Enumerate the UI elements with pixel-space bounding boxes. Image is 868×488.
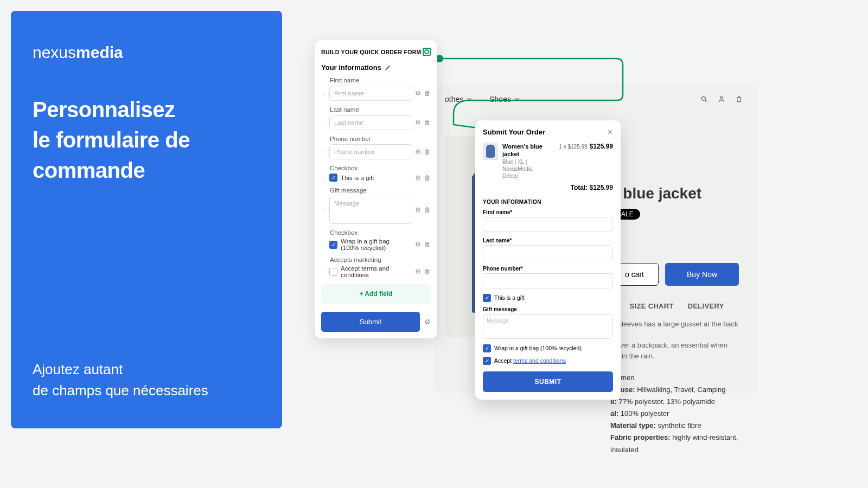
modal-wrap-checkbox: ✓Wrap in a gift bag (100% recycled): [483, 344, 613, 352]
hero-heading: Personnalisez le formulaire de commande: [33, 94, 260, 185]
trash-icon[interactable]: 🗑: [424, 268, 431, 275]
item-variant: Blue | XL | NexusMedia: [502, 158, 554, 172]
edit-icon[interactable]: [385, 65, 391, 71]
nav-shoes[interactable]: Shoes: [489, 95, 521, 104]
brand-logo: nexusmedia: [33, 43, 260, 62]
product-description: th sleeves has a large gusset at the bac…: [610, 319, 746, 361]
drag-handle-icon[interactable]: ⋮⋮: [321, 209, 327, 211]
add-field-button[interactable]: + Add field: [321, 284, 431, 304]
builder-header: BUILD YOUR QUICK ORDER FORM: [321, 49, 422, 55]
checkbox-checked-icon[interactable]: ✓: [483, 357, 491, 365]
gear-icon[interactable]: ⚙: [415, 119, 421, 126]
drag-handle-icon[interactable]: ⋮⋮: [321, 151, 327, 153]
modal-phone-input[interactable]: [483, 273, 613, 288]
gear-icon[interactable]: ⚙: [415, 89, 421, 97]
modal-terms-checkbox: ✓Accept terms and conditions: [483, 357, 613, 365]
modal-gift-message-input[interactable]: Message: [483, 314, 613, 339]
modal-section-header: YOUR INFORMATION: [483, 199, 613, 205]
field-gift-message: Gift message ⋮⋮ Message ⚙🗑: [321, 187, 431, 224]
checkbox-checked-icon[interactable]: ✓: [483, 294, 491, 302]
modal-submit-button[interactable]: SUBMIT: [483, 371, 613, 392]
trash-icon[interactable]: 🗑: [424, 241, 431, 248]
chevron-down-icon: [513, 95, 521, 103]
trash-icon[interactable]: 🗑: [424, 206, 431, 214]
modal-first-name-input[interactable]: [483, 217, 613, 232]
section-title: Your informations: [321, 63, 431, 72]
svg-point-1: [720, 97, 723, 99]
hero-subtext: Ajoutez autant de champs que nécessaires: [33, 359, 260, 401]
item-price: 1 x $125.99$125.99: [559, 143, 613, 150]
field-first-name: First name ⋮⋮ First name ⚙🗑: [321, 77, 431, 101]
nav-clothes[interactable]: othes: [445, 95, 473, 104]
settings-icon[interactable]: ⚙: [424, 318, 431, 326]
drag-handle-icon[interactable]: ⋮⋮: [321, 271, 327, 273]
bag-icon[interactable]: [735, 95, 743, 103]
field-wrap-checkbox: Checkbox ⋮⋮ ✓Wrap in a gift bag(100% rec…: [321, 229, 431, 251]
field-accept-terms: Accepts marketing ⋮⋮ Accept terms andcon…: [321, 256, 431, 278]
tab-delivery[interactable]: DELIVERY: [688, 302, 724, 310]
search-icon[interactable]: [700, 95, 708, 103]
trash-icon[interactable]: 🗑: [424, 89, 431, 97]
breadcrumb: ing: [610, 174, 746, 182]
cart-item: Women's blue jacket Blue | XL | NexusMed…: [483, 143, 613, 179]
checkbox-empty-icon[interactable]: [329, 268, 337, 276]
drag-handle-icon[interactable]: ⋮⋮: [321, 121, 327, 124]
drag-handle-icon[interactable]: ⋮⋮: [321, 92, 327, 95]
buy-now-button[interactable]: Buy Now: [665, 263, 739, 286]
gear-icon[interactable]: ⚙: [415, 241, 421, 248]
marketing-card: nexusmedia Personnalisez le formulaire d…: [11, 11, 282, 428]
drag-handle-icon[interactable]: ⋮⋮: [321, 176, 327, 179]
phone-input[interactable]: Phone number: [329, 144, 412, 159]
trash-icon[interactable]: 🗑: [424, 119, 431, 126]
form-builder-panel: BUILD YOUR QUICK ORDER FORM Your informa…: [315, 40, 437, 338]
field-phone: Phone number ⋮⋮ Phone number ⚙🗑: [321, 136, 431, 159]
order-total: Total: $125.99: [483, 184, 613, 191]
trash-icon[interactable]: 🗑: [424, 174, 431, 182]
item-delete-link[interactable]: Delete: [502, 172, 554, 179]
field-gift-checkbox: Checkbox ⋮⋮ ✓This is a gift ⚙🗑: [321, 165, 431, 182]
item-name: Women's blue jacket: [502, 143, 554, 158]
checkbox-checked-icon[interactable]: ✓: [329, 174, 337, 182]
spec-list: Women ed use: Hillwalking, Travel, Campi…: [610, 372, 746, 456]
field-last-name: Last name ⋮⋮ Last name ⚙🗑: [321, 106, 431, 130]
gear-icon[interactable]: ⚙: [415, 206, 421, 214]
last-name-input[interactable]: Last name: [329, 115, 412, 130]
gear-icon[interactable]: ⚙: [415, 148, 421, 156]
chevron-down-icon: [465, 95, 473, 103]
gear-icon[interactable]: ⚙: [415, 174, 421, 182]
builder-submit-button[interactable]: Submit: [321, 312, 420, 332]
tab-size-chart[interactable]: SIZE CHART: [630, 302, 674, 310]
terms-link[interactable]: terms and conditions: [513, 357, 566, 364]
submit-order-modal: Submit Your Order ✕ Women's blue jacket …: [475, 120, 621, 400]
item-thumbnail: [483, 143, 498, 160]
svg-point-0: [701, 97, 705, 100]
drag-handle-icon[interactable]: ⋮⋮: [321, 243, 327, 246]
modal-last-name-input[interactable]: [483, 245, 613, 260]
checkbox-checked-icon[interactable]: ✓: [483, 344, 491, 352]
first-name-input[interactable]: First name: [329, 86, 412, 101]
gift-message-input[interactable]: Message: [329, 196, 412, 224]
gear-icon[interactable]: ⚙: [415, 268, 421, 275]
trash-icon[interactable]: 🗑: [424, 148, 431, 156]
checkbox-checked-icon[interactable]: ✓: [329, 241, 337, 249]
brand-light: nexus: [33, 43, 76, 61]
product-title: s blue jacket: [610, 185, 746, 202]
user-icon[interactable]: [718, 95, 725, 103]
modal-title: Submit Your Order: [483, 128, 545, 136]
target-icon[interactable]: [423, 48, 431, 56]
brand-bold: media: [76, 43, 123, 61]
close-icon[interactable]: ✕: [607, 128, 613, 136]
modal-gift-checkbox: ✓This is a gift: [483, 294, 613, 302]
